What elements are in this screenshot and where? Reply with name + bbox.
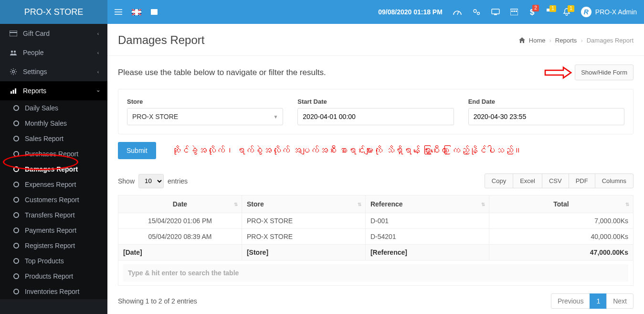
notif-badge: 1 — [549, 5, 556, 12]
table-row[interactable]: 05/04/2020 08:39 AM PRO-X STORE D-54201 … — [118, 229, 633, 245]
columns-button[interactable]: Columns — [595, 173, 633, 188]
crumb-home[interactable]: Home — [529, 37, 546, 44]
main: 09/08/2020 01:18 PM $ 2 — [107, 0, 644, 314]
entries-select[interactable]: 10 — [138, 174, 164, 188]
end-date-label: End Date — [468, 98, 624, 105]
entries-info: Showing 1 to 2 of 2 entries — [118, 297, 197, 305]
export-buttons: Copy Excel CSV PDF Columns — [485, 173, 633, 188]
sort-icon: ⇅ — [625, 202, 629, 207]
csv-button[interactable]: CSV — [542, 173, 569, 188]
sidebar-item-monthly-sales[interactable]: Monthly Sales — [0, 116, 107, 131]
svg-point-4 — [12, 71, 15, 73]
sidebar-item-customers-report[interactable]: Customers Report — [0, 192, 107, 207]
user-name: PRO-X Admin — [595, 8, 637, 16]
sidebar-item-top-products[interactable]: Top Products — [0, 253, 107, 269]
th-total[interactable]: Total⇅ — [489, 195, 633, 213]
th-date[interactable]: Date⇅ — [118, 195, 242, 213]
sidebar-item-registers-report[interactable]: Registers Report — [0, 238, 107, 253]
svg-rect-1 — [10, 32, 17, 33]
svg-rect-0 — [10, 31, 17, 36]
page-1[interactable]: 1 — [590, 293, 607, 309]
page-next[interactable]: Next — [606, 293, 633, 309]
notif-badge: 2 — [532, 5, 539, 11]
svg-rect-14 — [511, 11, 513, 12]
menu-toggle-icon[interactable] — [115, 9, 122, 15]
svg-rect-5 — [11, 91, 12, 94]
dashboard-icon[interactable] — [453, 9, 462, 15]
people-icon — [9, 50, 18, 55]
settings-icon — [9, 68, 18, 76]
notif-badge: 1 — [568, 5, 574, 12]
calendar-icon[interactable] — [510, 9, 518, 15]
avatar: R — [581, 7, 591, 17]
sidebar-item-daily-sales[interactable]: Daily Sales — [0, 100, 107, 116]
sidebar-item-gift-card[interactable]: Gift Card ‹ — [0, 24, 107, 43]
content: Damages Report Home › Reports › Damages … — [107, 24, 644, 314]
store-select[interactable]: PRO-X STORE ▼ — [127, 108, 283, 125]
annotation-text: ဆိုင်ခွဲအလိုက်၊ ရက်စွဲအလိုက် အပျက်အစီး စ… — [166, 145, 528, 157]
svg-rect-8 — [151, 9, 158, 15]
th-reference[interactable]: Reference⇅ — [365, 195, 489, 213]
svg-point-10 — [477, 12, 479, 15]
show-label-pre: Show — [118, 177, 135, 185]
filter-form: Store PRO-X STORE ▼ Start Date End Date — [118, 89, 633, 134]
sidebar-item-label: Reports — [23, 87, 46, 95]
sidebar-item-sales-report[interactable]: Sales Report — [0, 131, 107, 146]
sidebar-item-inventories-report[interactable]: Inventories Report — [0, 284, 107, 299]
page-prev[interactable]: Previous — [551, 293, 590, 309]
toggle-form-button[interactable]: Show/Hide Form — [575, 65, 633, 80]
home-icon — [519, 37, 525, 43]
svg-point-3 — [14, 51, 16, 53]
breadcrumb: Home › Reports › Damages Report — [519, 37, 633, 44]
gears-icon[interactable] — [472, 8, 481, 16]
sidebar-item-reports[interactable]: Reports ‹ — [0, 81, 107, 100]
gift-card-icon — [9, 31, 18, 36]
end-date-input[interactable] — [468, 108, 624, 125]
chevron-down-icon: ‹ — [95, 90, 101, 91]
store-label: Store — [127, 98, 283, 105]
svg-rect-11 — [492, 9, 499, 14]
chevron-left-icon: ‹ — [97, 50, 99, 55]
sort-icon: ⇅ — [234, 202, 238, 207]
sidebar-item-label: Gift Card — [23, 30, 50, 37]
topbar: 09/08/2020 01:18 PM $ 2 — [107, 0, 644, 24]
sidebar-item-settings[interactable]: Settings ‹ — [0, 62, 107, 81]
sidebar-item-payments-report[interactable]: Payments Report — [0, 223, 107, 238]
chevron-left-icon: ‹ — [97, 69, 99, 75]
sort-icon: ⇅ — [481, 202, 485, 207]
sidebar-item-expenses-report[interactable]: Expenses Report — [0, 177, 107, 192]
user-menu[interactable]: R PRO-X Admin — [581, 7, 637, 17]
excel-button[interactable]: Excel — [513, 173, 542, 188]
copy-button[interactable]: Copy — [485, 173, 513, 188]
table-search-row — [118, 260, 633, 286]
start-date-input[interactable] — [297, 108, 454, 125]
sidebar-item-products-report[interactable]: Products Report — [0, 269, 107, 284]
svg-rect-12 — [494, 14, 497, 15]
sidebar-item-transfers-report[interactable]: Transfers Report — [0, 207, 107, 223]
flag-notif-icon[interactable]: 1 — [546, 8, 552, 16]
svg-rect-6 — [13, 90, 14, 94]
language-flag-icon[interactable] — [132, 9, 141, 15]
pdf-button[interactable]: PDF — [569, 173, 595, 188]
sidebar: PRO-X STORE Gift Card ‹ People ‹ Setting… — [0, 0, 107, 314]
table-search-input[interactable] — [123, 264, 628, 282]
window-icon[interactable] — [151, 9, 158, 15]
brand-title[interactable]: PRO-X STORE — [0, 0, 107, 24]
svg-rect-13 — [510, 9, 518, 15]
money-notif-icon[interactable]: $ 2 — [528, 8, 535, 16]
th-store[interactable]: Store⇅ — [242, 195, 365, 213]
sort-icon: ⇅ — [358, 202, 361, 207]
submit-button[interactable]: Submit — [118, 142, 156, 159]
pos-icon[interactable] — [491, 9, 500, 15]
sidebar-item-damages-report[interactable]: Damages Report — [0, 162, 107, 177]
bell-notif-icon[interactable]: 1 — [563, 8, 570, 16]
svg-point-9 — [474, 10, 476, 12]
sidebar-item-people[interactable]: People ‹ — [0, 43, 107, 62]
sidebar-item-purchases-report[interactable]: Purchases Report — [0, 146, 107, 162]
show-label-post: entries — [168, 177, 188, 185]
chevron-left-icon: ‹ — [97, 31, 99, 36]
table-row[interactable]: 15/04/2020 01:06 PM PRO-X STORE D-001 7,… — [118, 213, 633, 229]
crumb-reports[interactable]: Reports — [555, 37, 577, 44]
annotation-arrow — [544, 66, 572, 79]
svg-rect-15 — [513, 11, 515, 12]
